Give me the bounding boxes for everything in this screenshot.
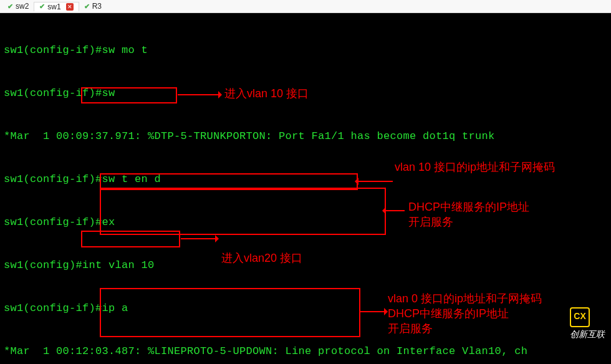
tab-label: sw2	[16, 2, 29, 11]
annotation-arrow-icon	[358, 181, 393, 182]
annotation-box	[100, 188, 386, 235]
tab-label: sw1	[47, 2, 60, 11]
check-icon: ✔	[84, 2, 90, 11]
tab-label: R3	[92, 2, 102, 11]
annotation-box	[81, 231, 180, 247]
terminal-line: *Mar 1 00:12:03.487: %LINEPROTO-5-UPDOWN…	[4, 344, 607, 358]
tab-sw2[interactable]: ✔ sw2	[2, 2, 34, 11]
annotation-text: 开启服务	[408, 215, 453, 229]
annotation-text: vlan 10 接口的ip地址和子网掩码	[395, 160, 555, 175]
annotation-text: 进入vlan 10 接口	[224, 87, 309, 101]
annotation-box	[81, 87, 177, 103]
terminal-line: sw1(config-if)#sw mo t	[4, 43, 607, 57]
terminal-line: *Mar 1 00:09:37.971: %DTP-5-TRUNKPORTON:…	[4, 129, 607, 143]
check-icon: ✔	[39, 2, 45, 11]
terminal-line: sw1(config)#int vlan 10	[4, 258, 607, 272]
tab-sw1[interactable]: ✔ sw1 ✕	[34, 2, 79, 11]
annotation-text: 进入vlan20 接口	[221, 251, 302, 266]
terminal-output[interactable]: sw1(config-if)#sw mo t sw1(config-if)#sw…	[0, 13, 611, 364]
close-icon[interactable]: ✕	[66, 3, 74, 11]
annotation-text: DHCP中继服务的IP地址	[388, 307, 509, 321]
annotation-text: DHCP中继服务的IP地址	[408, 200, 529, 214]
annotation-arrow-icon	[386, 210, 405, 211]
watermark-logo-icon: CX	[570, 307, 590, 327]
tab-r3[interactable]: ✔ R3	[79, 2, 107, 11]
watermark-text: 创新互联	[570, 329, 605, 339]
tab-bar: ✔ sw2 ✔ sw1 ✕ ✔ R3	[0, 0, 611, 13]
annotation-box	[100, 288, 360, 337]
check-icon: ✔	[7, 2, 13, 11]
annotation-text: 开启服务	[388, 322, 433, 336]
annotation-arrow-icon	[178, 94, 218, 95]
watermark: CX 创新互联	[560, 293, 605, 356]
annotation-text: vlan 0 接口的ip地址和子网掩码	[388, 292, 542, 306]
annotation-arrow-icon	[181, 238, 215, 239]
annotation-arrow-icon	[360, 311, 384, 312]
